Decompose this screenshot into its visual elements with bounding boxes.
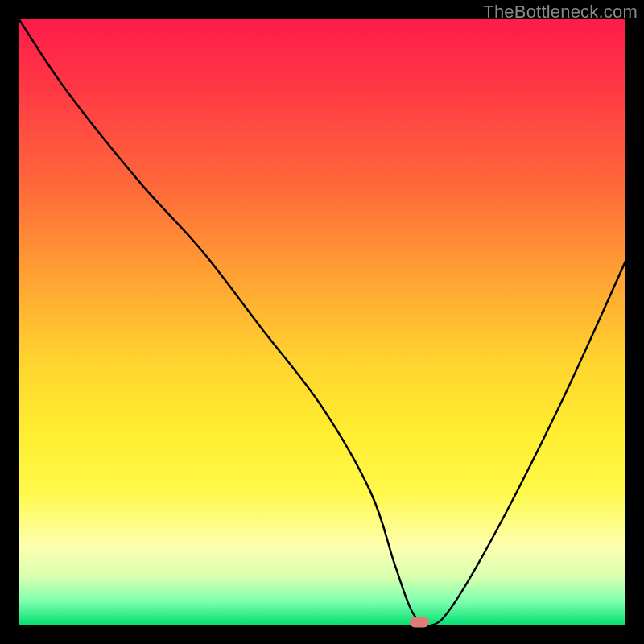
plot-area	[19, 19, 625, 625]
bottleneck-curve	[19, 19, 625, 625]
chart-stage: TheBottleneck.com	[0, 0, 644, 644]
watermark-text: TheBottleneck.com	[483, 2, 638, 23]
optimum-marker	[410, 617, 429, 628]
